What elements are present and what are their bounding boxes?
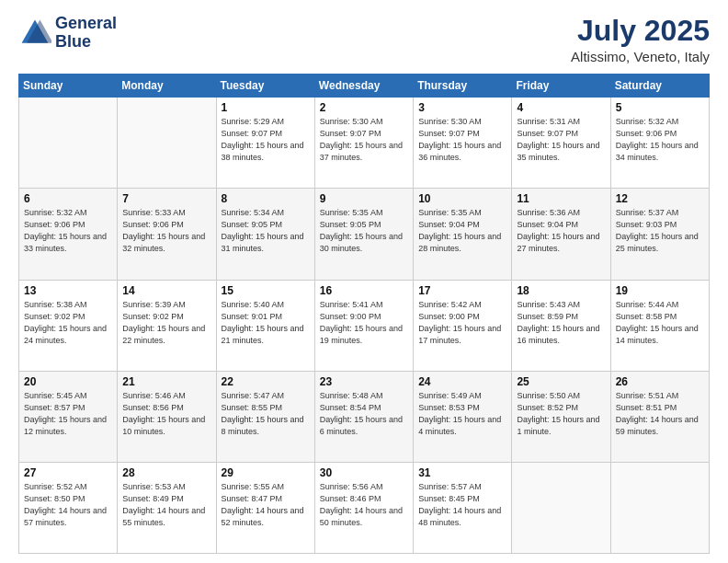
day-info: Sunrise: 5:35 AM Sunset: 9:04 PM Dayligh… [418, 207, 506, 255]
calendar-week-row: 27Sunrise: 5:52 AM Sunset: 8:50 PM Dayli… [19, 462, 710, 553]
calendar-day-cell: 27Sunrise: 5:52 AM Sunset: 8:50 PM Dayli… [19, 462, 118, 553]
calendar-day-cell: 31Sunrise: 5:57 AM Sunset: 8:45 PM Dayli… [414, 462, 512, 553]
weekday-header-cell: Wednesday [314, 75, 413, 98]
day-number: 30 [320, 466, 408, 479]
calendar-day-cell: 2Sunrise: 5:30 AM Sunset: 9:07 PM Daylig… [314, 98, 413, 189]
day-info: Sunrise: 5:55 AM Sunset: 8:47 PM Dayligh… [222, 481, 310, 529]
calendar-day-cell: 5Sunrise: 5:32 AM Sunset: 9:06 PM Daylig… [610, 98, 709, 189]
calendar-day-cell: 12Sunrise: 5:37 AM Sunset: 9:03 PM Dayli… [610, 189, 709, 280]
day-info: Sunrise: 5:47 AM Sunset: 8:55 PM Dayligh… [222, 390, 310, 438]
calendar-day-cell: 13Sunrise: 5:38 AM Sunset: 9:02 PM Dayli… [19, 280, 118, 371]
calendar-day-cell: 30Sunrise: 5:56 AM Sunset: 8:46 PM Dayli… [314, 462, 413, 553]
calendar-day-cell: 14Sunrise: 5:39 AM Sunset: 9:02 PM Dayli… [118, 280, 216, 371]
calendar-week-row: 13Sunrise: 5:38 AM Sunset: 9:02 PM Dayli… [19, 280, 710, 371]
day-number: 8 [222, 192, 310, 205]
day-number: 31 [418, 466, 506, 479]
day-info: Sunrise: 5:32 AM Sunset: 9:06 PM Dayligh… [616, 116, 704, 164]
calendar-day-cell: 23Sunrise: 5:48 AM Sunset: 8:54 PM Dayli… [314, 371, 413, 462]
calendar-week-row: 6Sunrise: 5:32 AM Sunset: 9:06 PM Daylig… [19, 189, 710, 280]
day-number: 21 [122, 375, 210, 388]
day-number: 24 [418, 375, 506, 388]
calendar-day-cell: 17Sunrise: 5:42 AM Sunset: 9:00 PM Dayli… [414, 280, 512, 371]
calendar-day-cell: 16Sunrise: 5:41 AM Sunset: 9:00 PM Dayli… [314, 280, 413, 371]
location-title: Altissimo, Veneto, Italy [571, 49, 710, 64]
calendar-day-cell: 10Sunrise: 5:35 AM Sunset: 9:04 PM Dayli… [414, 189, 512, 280]
weekday-header-cell: Tuesday [216, 75, 314, 98]
day-number: 28 [122, 466, 210, 479]
day-number: 5 [616, 101, 704, 114]
day-number: 4 [517, 101, 605, 114]
calendar-day-cell: 26Sunrise: 5:51 AM Sunset: 8:51 PM Dayli… [610, 371, 709, 462]
day-info: Sunrise: 5:43 AM Sunset: 8:59 PM Dayligh… [517, 299, 605, 347]
calendar-day-cell: 4Sunrise: 5:31 AM Sunset: 9:07 PM Daylig… [512, 98, 610, 189]
day-info: Sunrise: 5:40 AM Sunset: 9:01 PM Dayligh… [222, 299, 310, 347]
day-number: 1 [222, 101, 310, 114]
day-info: Sunrise: 5:44 AM Sunset: 8:58 PM Dayligh… [616, 299, 704, 347]
day-info: Sunrise: 5:30 AM Sunset: 9:07 PM Dayligh… [418, 116, 506, 164]
calendar-day-cell [610, 462, 709, 553]
weekday-header-cell: Monday [118, 75, 216, 98]
day-info: Sunrise: 5:45 AM Sunset: 8:57 PM Dayligh… [24, 390, 112, 438]
day-number: 11 [517, 192, 605, 205]
calendar-day-cell: 19Sunrise: 5:44 AM Sunset: 8:58 PM Dayli… [610, 280, 709, 371]
logo-icon [18, 17, 51, 50]
day-info: Sunrise: 5:38 AM Sunset: 9:02 PM Dayligh… [24, 299, 112, 347]
day-number: 20 [24, 375, 112, 388]
calendar-day-cell: 21Sunrise: 5:46 AM Sunset: 8:56 PM Dayli… [118, 371, 216, 462]
weekday-header-cell: Friday [512, 75, 610, 98]
day-info: Sunrise: 5:48 AM Sunset: 8:54 PM Dayligh… [320, 390, 408, 438]
day-info: Sunrise: 5:31 AM Sunset: 9:07 PM Dayligh… [517, 116, 605, 164]
day-number: 10 [418, 192, 506, 205]
calendar-day-cell: 25Sunrise: 5:50 AM Sunset: 8:52 PM Dayli… [512, 371, 610, 462]
day-info: Sunrise: 5:29 AM Sunset: 9:07 PM Dayligh… [222, 116, 310, 164]
day-info: Sunrise: 5:30 AM Sunset: 9:07 PM Dayligh… [320, 116, 408, 164]
day-number: 26 [616, 375, 704, 388]
day-number: 15 [222, 284, 310, 297]
day-number: 22 [222, 375, 310, 388]
title-block: July 2025 Altissimo, Veneto, Italy [571, 15, 710, 64]
calendar-body: 1Sunrise: 5:29 AM Sunset: 9:07 PM Daylig… [19, 98, 710, 554]
day-number: 29 [222, 466, 310, 479]
day-number: 27 [24, 466, 112, 479]
day-info: Sunrise: 5:49 AM Sunset: 8:53 PM Dayligh… [418, 390, 506, 438]
logo: General Blue [18, 15, 117, 52]
day-number: 17 [418, 284, 506, 297]
weekday-header-cell: Saturday [610, 75, 709, 98]
calendar-day-cell: 8Sunrise: 5:34 AM Sunset: 9:05 PM Daylig… [216, 189, 314, 280]
day-number: 9 [320, 192, 408, 205]
day-info: Sunrise: 5:39 AM Sunset: 9:02 PM Dayligh… [122, 299, 210, 347]
day-number: 13 [24, 284, 112, 297]
day-info: Sunrise: 5:56 AM Sunset: 8:46 PM Dayligh… [320, 481, 408, 529]
day-number: 6 [24, 192, 112, 205]
day-number: 16 [320, 284, 408, 297]
weekday-header-cell: Thursday [414, 75, 512, 98]
header: General Blue July 2025 Altissimo, Veneto… [18, 15, 710, 64]
calendar-day-cell: 20Sunrise: 5:45 AM Sunset: 8:57 PM Dayli… [19, 371, 118, 462]
calendar-day-cell: 15Sunrise: 5:40 AM Sunset: 9:01 PM Dayli… [216, 280, 314, 371]
calendar-day-cell [512, 462, 610, 553]
calendar-week-row: 1Sunrise: 5:29 AM Sunset: 9:07 PM Daylig… [19, 98, 710, 189]
day-number: 2 [320, 101, 408, 114]
day-number: 7 [122, 192, 210, 205]
day-info: Sunrise: 5:53 AM Sunset: 8:49 PM Dayligh… [122, 481, 210, 529]
day-number: 25 [517, 375, 605, 388]
day-info: Sunrise: 5:33 AM Sunset: 9:06 PM Dayligh… [122, 207, 210, 255]
day-info: Sunrise: 5:32 AM Sunset: 9:06 PM Dayligh… [24, 207, 112, 255]
day-number: 19 [616, 284, 704, 297]
calendar-day-cell: 29Sunrise: 5:55 AM Sunset: 8:47 PM Dayli… [216, 462, 314, 553]
calendar-day-cell: 22Sunrise: 5:47 AM Sunset: 8:55 PM Dayli… [216, 371, 314, 462]
calendar-day-cell: 11Sunrise: 5:36 AM Sunset: 9:04 PM Dayli… [512, 189, 610, 280]
calendar-day-cell: 18Sunrise: 5:43 AM Sunset: 8:59 PM Dayli… [512, 280, 610, 371]
day-info: Sunrise: 5:37 AM Sunset: 9:03 PM Dayligh… [616, 207, 704, 255]
calendar-day-cell [19, 98, 118, 189]
weekday-header-cell: Sunday [19, 75, 118, 98]
day-info: Sunrise: 5:50 AM Sunset: 8:52 PM Dayligh… [517, 390, 605, 438]
calendar-day-cell: 28Sunrise: 5:53 AM Sunset: 8:49 PM Dayli… [118, 462, 216, 553]
day-number: 14 [122, 284, 210, 297]
day-info: Sunrise: 5:46 AM Sunset: 8:56 PM Dayligh… [122, 390, 210, 438]
day-info: Sunrise: 5:57 AM Sunset: 8:45 PM Dayligh… [418, 481, 506, 529]
day-info: Sunrise: 5:41 AM Sunset: 9:00 PM Dayligh… [320, 299, 408, 347]
calendar-day-cell [118, 98, 216, 189]
calendar-day-cell: 1Sunrise: 5:29 AM Sunset: 9:07 PM Daylig… [216, 98, 314, 189]
page: General Blue July 2025 Altissimo, Veneto… [0, 0, 728, 563]
